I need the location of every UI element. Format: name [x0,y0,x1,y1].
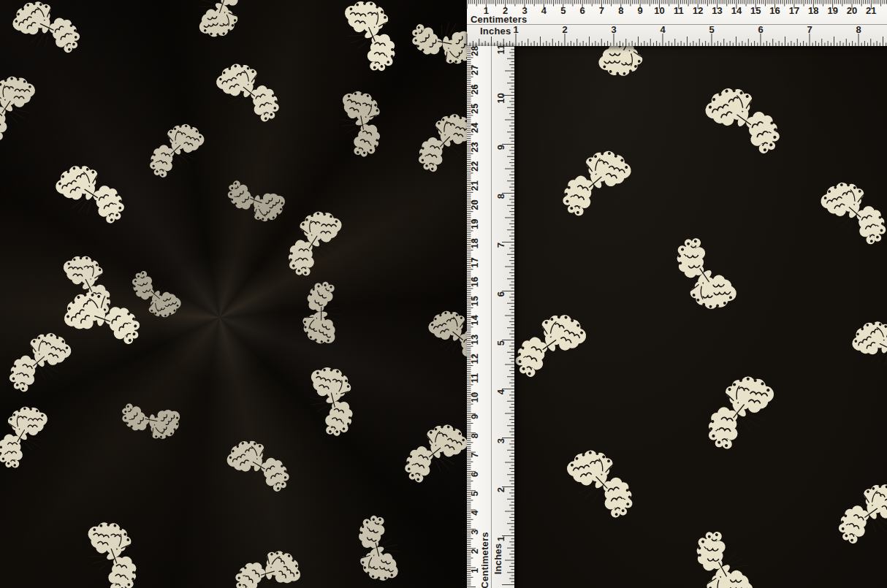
svg-text:13: 13 [712,5,722,16]
butterfly-print [396,413,467,496]
butterfly-print [217,159,297,238]
svg-text:7: 7 [599,5,604,16]
vertical-ruler-centimeters-label: Centimeters [480,532,490,588]
svg-text:19: 19 [469,219,480,229]
svg-text:21: 21 [469,180,480,191]
butterfly-print [336,505,424,588]
butterfly-print [284,354,376,446]
svg-text:4: 4 [541,5,547,16]
butterfly-print [47,248,126,326]
svg-text:2: 2 [495,487,506,492]
butterfly-print [111,377,194,459]
vertical-ruler-ticks: 1234567891011121314151617181920212223242… [467,46,514,588]
butterfly-print [0,0,91,75]
svg-text:11: 11 [469,373,480,383]
draped-fabric-photo [0,0,467,588]
svg-text:14: 14 [731,5,742,16]
butterfly-print [48,269,154,375]
butterfly-print [280,270,368,358]
svg-text:3: 3 [495,438,506,443]
svg-text:16: 16 [469,277,480,287]
svg-text:5: 5 [709,24,714,35]
svg-text:8: 8 [618,5,623,16]
svg-text:4: 4 [660,24,666,35]
svg-text:15: 15 [469,296,480,306]
svg-text:17: 17 [469,257,480,267]
svg-text:11: 11 [495,45,506,55]
svg-text:7: 7 [495,243,506,248]
svg-text:7: 7 [469,452,480,457]
svg-text:23: 23 [469,142,480,152]
butterfly-print [829,470,887,560]
svg-text:5: 5 [469,491,480,496]
svg-text:16: 16 [769,5,780,16]
butterfly-print [206,53,289,135]
butterfly-print [278,205,354,281]
vertical-ruler: 1234567891011121314151617181920212223242… [467,46,514,588]
horizontal-ruler-ticks: 1234567891011121314151617181920211234567… [467,0,887,46]
svg-text:5: 5 [495,340,506,345]
butterfly-print [557,443,641,526]
butterfly-print [411,107,467,179]
svg-text:27: 27 [469,65,480,75]
butterfly-print [315,78,404,167]
butterfly-print [553,140,642,229]
butterfly-print [223,530,314,588]
svg-text:9: 9 [495,145,506,150]
svg-text:18: 18 [469,238,480,248]
svg-text:22: 22 [469,161,480,172]
butterfly-print [142,116,213,186]
svg-text:12: 12 [469,354,480,364]
butterfly-print [701,373,782,453]
svg-text:11: 11 [674,5,684,16]
svg-text:28: 28 [469,45,480,56]
horizontal-ruler-centimeters-label: Centimeters [471,15,527,24]
svg-text:8: 8 [495,194,506,199]
svg-text:13: 13 [469,335,480,345]
svg-text:14: 14 [469,315,480,326]
svg-text:18: 18 [808,5,818,16]
butterfly-print [43,150,135,242]
vertical-ruler-inches-label: Inches [493,543,503,574]
svg-text:15: 15 [750,5,761,16]
svg-text:7: 7 [807,24,812,35]
svg-text:2: 2 [562,24,567,35]
butterfly-print [514,300,598,394]
svg-text:19: 19 [827,5,837,16]
svg-text:1: 1 [513,24,518,35]
butterfly-print [839,303,887,395]
svg-text:1: 1 [495,536,506,541]
svg-text:4: 4 [495,389,506,394]
butterfly-print [0,71,46,146]
svg-text:6: 6 [579,5,585,16]
svg-text:20: 20 [469,199,480,210]
svg-text:10: 10 [495,93,506,103]
svg-text:3: 3 [611,24,616,35]
svg-text:20: 20 [847,5,857,16]
butterfly-print [810,172,887,256]
svg-text:12: 12 [693,5,703,16]
svg-text:10: 10 [654,5,664,16]
svg-text:8: 8 [856,24,861,35]
svg-text:5: 5 [560,5,566,16]
butterfly-print [1,323,81,403]
fabric-product-photo: 1234567891011121314151617181920211234567… [0,0,887,588]
svg-text:4: 4 [469,510,480,516]
svg-text:8: 8 [469,433,480,438]
svg-text:9: 9 [469,414,480,419]
butterfly-print [681,524,770,588]
butterfly-print [324,0,414,80]
svg-text:17: 17 [789,5,799,16]
butterfly-print [126,262,189,326]
svg-text:21: 21 [866,5,876,16]
butterfly-print [419,301,467,375]
svg-text:25: 25 [469,104,480,114]
butterfly-print [177,0,261,48]
horizontal-ruler: 1234567891011121314151617181920211234567… [467,0,887,46]
butterfly-print [0,400,61,474]
svg-text:24: 24 [469,122,480,133]
flat-fabric-swatch [514,0,887,588]
svg-text:9: 9 [638,5,643,16]
horizontal-ruler-inches-label: Inches [480,26,511,36]
svg-text:10: 10 [469,392,480,402]
